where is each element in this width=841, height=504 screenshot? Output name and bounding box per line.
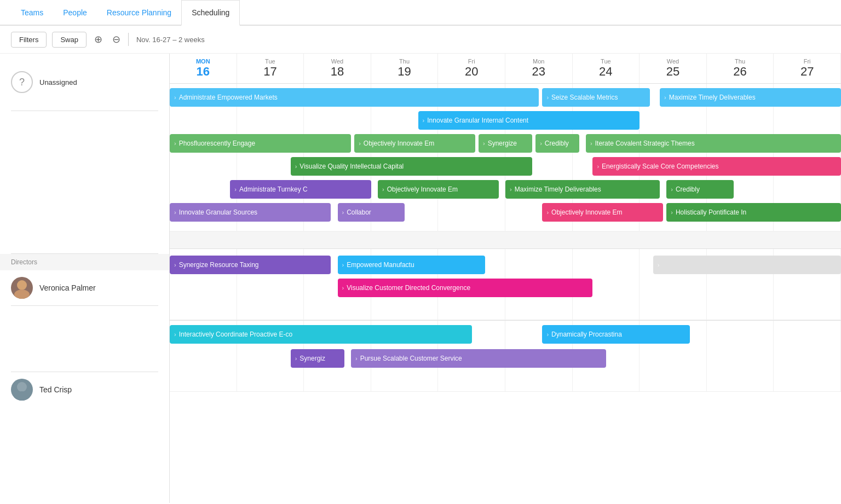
event-label-u8: Credibly xyxy=(545,140,569,147)
event-label-u13: Objectively Innovate Em xyxy=(387,186,458,193)
ted-row: Ted Crisp xyxy=(0,372,169,407)
tab-teams[interactable]: Teams xyxy=(11,1,53,26)
event-t2[interactable]: ›Dynamically Procrastina xyxy=(542,325,690,344)
calendar-header: MON16Tue17Wed18Thu19Fri20Mon23Tue24Wed25… xyxy=(170,54,841,84)
event-label-u15: Credibly xyxy=(676,186,700,193)
event-u14[interactable]: ›Maximize Timely Deliverables xyxy=(505,180,660,199)
veronica-row: Veronica Palmer xyxy=(0,270,169,305)
event-label-u9: Iterate Covalent Strategic Themes xyxy=(595,140,695,147)
cal-day-26: Thu26 xyxy=(707,54,774,83)
event-v2[interactable]: ›Empowered Manufactu xyxy=(338,256,486,274)
cal-day-23: Mon23 xyxy=(505,54,573,83)
event-chevron-u7: › xyxy=(483,140,485,147)
event-u8[interactable]: ›Credibly xyxy=(535,134,579,153)
event-label-u18: Objectively Innovate Em xyxy=(551,208,622,216)
veronica-events-row: ›Synergize Resource Taxing›Empowered Man… xyxy=(170,249,841,320)
event-t3[interactable]: ›Synergiz xyxy=(291,349,344,368)
event-chevron-u14: › xyxy=(510,186,512,193)
event-label-u6: Objectively Innovate Em xyxy=(364,140,434,147)
event-chevron-u8: › xyxy=(540,140,542,147)
event-label-u17: Collabor xyxy=(347,208,371,216)
event-chevron-u4: › xyxy=(423,117,425,124)
event-chevron-u18: › xyxy=(546,209,549,216)
event-chevron-u9: › xyxy=(590,140,592,147)
event-label-u3: Maximize Timely Deliverables xyxy=(669,94,756,101)
main-container: ? Unassigned Directors Veronica Palmer T… xyxy=(0,54,841,503)
event-chevron-u6: › xyxy=(359,140,361,147)
event-u9[interactable]: ›Iterate Covalent Strategic Themes xyxy=(586,134,841,153)
event-label-t4: Pursue Scalable Customer Service xyxy=(360,355,462,362)
top-nav: Teams People Resource Planning Schedulin… xyxy=(0,0,841,26)
event-chevron-v3: › xyxy=(658,262,660,268)
svg-point-1 xyxy=(14,289,30,299)
unassigned-label: Unassigned xyxy=(39,78,77,86)
event-u5[interactable]: ›Phosfluorescently Engage xyxy=(170,134,351,153)
ted-name: Ted Crisp xyxy=(39,385,72,394)
toolbar-divider xyxy=(128,33,129,46)
event-u13[interactable]: ›Objectively Innovate Em xyxy=(378,180,499,199)
directors-cal-sep xyxy=(170,231,841,249)
event-label-u7: Synergize xyxy=(488,140,517,147)
event-u3[interactable]: ›Maximize Timely Deliverables xyxy=(660,88,841,107)
tab-resource-planning[interactable]: Resource Planning xyxy=(97,1,181,26)
unassigned-row: ? Unassigned xyxy=(0,65,169,100)
event-u10[interactable]: ›Visualize Quality Intellectual Capital xyxy=(291,157,532,176)
event-v4[interactable]: ›Visualize Customer Directed Convergence xyxy=(338,279,593,297)
svg-point-3 xyxy=(14,391,30,401)
event-u11[interactable]: ›Energistically Scale Core Competencies xyxy=(592,157,841,176)
event-label-v2: Empowered Manufactu xyxy=(347,261,414,269)
event-label-t1: Interactively Coordinate Proactive E-co xyxy=(179,331,292,338)
event-u4[interactable]: ›Innovate Granular Internal Content xyxy=(418,111,640,130)
event-chevron-u2: › xyxy=(546,94,549,101)
event-chevron-u17: › xyxy=(342,209,344,216)
event-chevron-u13: › xyxy=(382,186,384,193)
event-chevron-u1: › xyxy=(174,94,176,101)
event-t1[interactable]: ›Interactively Coordinate Proactive E-co xyxy=(170,325,472,344)
ted-events-row: ›Interactively Coordinate Proactive E-co… xyxy=(170,321,841,392)
unassigned-spacer xyxy=(0,111,169,253)
event-v3[interactable]: › xyxy=(653,256,841,274)
event-u7[interactable]: ›Synergize xyxy=(479,134,532,153)
toolbar: Filters Swap ⊕ ⊖ Nov. 16-27 – 2 weeks xyxy=(0,26,841,54)
event-label-v4: Visualize Customer Directed Convergence xyxy=(347,284,470,292)
event-label-u4: Innovate Granular Internal Content xyxy=(427,117,528,124)
event-chevron-u10: › xyxy=(295,163,297,170)
veronica-spacer xyxy=(0,306,169,372)
event-u12[interactable]: ›Administrate Turnkey C xyxy=(230,180,371,199)
unassigned-section: ? Unassigned xyxy=(0,54,169,111)
event-u18[interactable]: ›Objectively Innovate Em xyxy=(542,203,663,222)
directors-section-label: Directors xyxy=(0,254,169,270)
swap-button[interactable]: Swap xyxy=(52,32,87,48)
event-t4[interactable]: ›Pursue Scalable Customer Service xyxy=(351,349,606,368)
event-chevron-u15: › xyxy=(671,186,673,193)
unassigned-events-row: ›Administrate Empowered Markets›Seize Sc… xyxy=(170,84,841,231)
veronica-name: Veronica Palmer xyxy=(39,283,96,292)
unassigned-avatar: ? xyxy=(11,71,33,93)
date-range-label: Nov. 16-27 – 2 weeks xyxy=(136,36,205,44)
zoom-out-button[interactable]: ⊖ xyxy=(110,31,123,48)
cal-day-25: Wed25 xyxy=(640,54,707,83)
event-u2[interactable]: ›Seize Scalable Metrics xyxy=(542,88,649,107)
tab-people[interactable]: People xyxy=(53,1,97,26)
filters-button[interactable]: Filters xyxy=(11,32,47,48)
event-label-u2: Seize Scalable Metrics xyxy=(551,94,618,101)
cal-day-20: Fri20 xyxy=(438,54,505,83)
event-v1[interactable]: ›Synergize Resource Taxing xyxy=(170,256,331,274)
zoom-in-button[interactable]: ⊕ xyxy=(92,31,105,48)
event-u6[interactable]: ›Objectively Innovate Em xyxy=(354,134,475,153)
event-u15[interactable]: ›Credibly xyxy=(666,180,734,199)
event-u1[interactable]: ›Administrate Empowered Markets xyxy=(170,88,539,107)
event-chevron-t1: › xyxy=(174,331,176,338)
tab-scheduling[interactable]: Scheduling xyxy=(181,0,240,26)
event-label-t3: Synergiz xyxy=(299,355,325,362)
cal-day-24: Tue24 xyxy=(573,54,640,83)
event-label-u12: Administrate Turnkey C xyxy=(239,186,308,193)
event-label-u14: Maximize Timely Deliverables xyxy=(515,186,601,193)
cal-day-19: Thu19 xyxy=(371,54,439,83)
calendar[interactable]: MON16Tue17Wed18Thu19Fri20Mon23Tue24Wed25… xyxy=(170,54,841,503)
event-chevron-u16: › xyxy=(174,209,176,216)
event-u16[interactable]: ›Innovate Granular Sources xyxy=(170,203,331,222)
event-u17[interactable]: ›Collabor xyxy=(338,203,405,222)
calendar-content: ›Administrate Empowered Markets›Seize Sc… xyxy=(170,84,841,392)
event-u19[interactable]: ›Holistically Pontificate In xyxy=(666,203,841,222)
